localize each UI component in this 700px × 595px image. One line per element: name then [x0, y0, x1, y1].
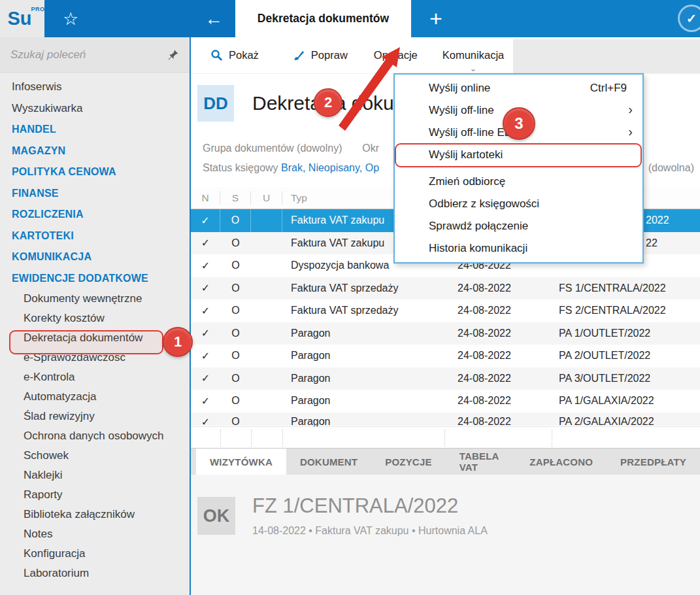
sidebar-item[interactable]: Automatyzacja — [0, 387, 190, 407]
status-cell: O — [220, 373, 251, 384]
command-toolbar: Pokaż Popraw Operacje Komunikacja ⌄ — [191, 37, 700, 73]
titlebar: SuPRO ☆ ← Dekretacja dokumentów + ✓ — [0, 0, 700, 37]
sidebar-item-label: MAGAZYN — [12, 145, 65, 157]
back-arrow-icon[interactable]: ← — [197, 0, 230, 37]
detail-tab-label: POZYCJE — [385, 456, 431, 468]
sidebar-item[interactable]: MAGAZYN — [0, 141, 190, 162]
column-header-n[interactable]: N — [191, 192, 220, 205]
column-header-u[interactable]: U — [251, 192, 282, 205]
sidebar-item-label: KARTOTEKI — [12, 230, 74, 242]
sidebar-item-label: Infoserwis — [12, 80, 62, 94]
sidebar-item[interactable]: Korekty kosztów — [0, 309, 190, 328]
sidebar-item[interactable]: ROZLICZENIA — [0, 204, 190, 226]
sidebar-item-label: Automatyzacja — [24, 390, 97, 403]
detail-tab[interactable]: TABELA VAT — [446, 449, 516, 475]
table-row[interactable]: ✓ O Faktura VAT sprzedaży 24-08-2022 FS … — [191, 277, 700, 300]
detail-tab[interactable]: DOKUMENT — [286, 449, 371, 475]
sidebar-item[interactable]: Raporty — [0, 485, 190, 505]
u-cell — [251, 209, 282, 232]
sidebar-item[interactable]: HANDEL — [0, 119, 190, 141]
detail-tab[interactable]: ZAPŁACONO — [516, 449, 607, 475]
new-tab-plus-icon[interactable]: + — [418, 0, 454, 37]
number-cell: FS 2/CENTRALA/2022 — [552, 305, 700, 316]
type-cell: Paragon — [282, 350, 444, 362]
sidebar-item-label: ROZLICZENIA — [12, 209, 84, 220]
sidebar-item[interactable]: EWIDENCJE DODATKOWE — [0, 268, 190, 290]
date-cell: 24-08-2022 — [444, 328, 552, 339]
operations-menu-button[interactable]: Operacje — [365, 37, 427, 73]
sidebar-item[interactable]: KOMUNIKACJA — [0, 246, 190, 268]
menu-item[interactable]: Wyślij online Ctrl+F9 — [395, 77, 642, 99]
sidebar-item[interactable]: POLITYKA CENOWA — [0, 162, 190, 183]
menu-item-label: Historia komunikacji — [429, 242, 527, 255]
chevron-down-icon: ⌄ — [470, 64, 477, 73]
sidebar-item[interactable]: Laboratorium — [0, 564, 190, 583]
favorites-star-icon[interactable]: ☆ — [56, 0, 85, 37]
command-search[interactable]: Szukaj poleceń — [0, 37, 190, 73]
number-cell: PA 1/OUTLET/2022 — [552, 328, 700, 339]
annotation-badge-3: 3 — [503, 107, 535, 140]
table-row[interactable]: ✓ O Faktura VAT sprzedaży 24-08-2022 FS … — [191, 299, 700, 322]
status-cell: O — [220, 237, 251, 249]
filter-group-value[interactable]: (dowolny) — [297, 143, 342, 154]
table-row[interactable]: ✓ O Paragon 24-08-2022 PA 1/OUTLET/2022 — [191, 322, 700, 345]
date-cell: 24-08-2022 — [444, 395, 552, 407]
sidebar-item[interactable]: Ślad rewizyjny — [0, 407, 190, 426]
edit-button[interactable]: Popraw — [284, 37, 357, 73]
show-button[interactable]: Pokaż — [201, 37, 268, 73]
sidebar-item[interactable]: Notes — [0, 524, 190, 544]
sidebar-item[interactable]: Ochrona danych osobowych — [0, 426, 190, 446]
status-cell: O — [220, 305, 251, 316]
sidebar-item[interactable]: KARTOTEKI — [0, 226, 190, 247]
filter-period-partial[interactable]: Okr — [362, 143, 379, 154]
sidebar-item[interactable]: Wyszukiwarka — [0, 98, 190, 120]
menu-item[interactable]: Sprawdź połączenie — [395, 215, 642, 237]
check-circle-icon[interactable]: ✓ — [678, 5, 700, 32]
logo-pro-badge: PRO — [31, 7, 45, 12]
sidebar-item-label: Laboratorium — [24, 567, 89, 580]
annotation-rect-menu-item — [395, 143, 642, 167]
submenu-arrow-icon: › — [628, 125, 633, 138]
detail-tab[interactable]: WIZYTÓWKA — [196, 449, 286, 475]
detail-tab-label: TABELA VAT — [459, 450, 503, 473]
filter-status-links[interactable]: Brak, Nieopisany, Op — [281, 162, 379, 173]
number-cell: FS 1/CENTRALA/2022 — [552, 282, 700, 294]
table-row[interactable]: ✓ O Paragon 24-08-2022 PA 3/OUTLET/2022 — [191, 367, 700, 390]
detail-tab[interactable]: POZYCJE — [371, 449, 445, 475]
menu-item[interactable]: Odbierz z księgowości — [395, 193, 642, 215]
detail-panel: OK FZ 1/CENTRALA/2022 14-08-2022 • Faktu… — [191, 475, 700, 595]
detail-tab[interactable]: PRZEDPŁATY — [607, 449, 700, 475]
menu-item-label: Wyślij online — [429, 82, 490, 95]
sidebar-item[interactable]: Dokumenty wewnętrzne — [0, 289, 190, 309]
table-row[interactable]: ✓ O Paragon 24-08-2022 PA 2/GALAXIA/2022 — [191, 413, 700, 426]
sidebar-item-label: Notes — [24, 528, 52, 541]
column-header-s[interactable]: S — [220, 192, 251, 205]
checkmark-cell: ✓ — [191, 395, 220, 407]
search-input[interactable]: Szukaj poleceń — [10, 48, 167, 61]
tab-dekretacja-dokumentow[interactable]: Dekretacja dokumentów — [235, 0, 411, 37]
number-cell: PA 2/GALAXIA/2022 — [552, 416, 700, 428]
filter-right-value[interactable]: (dowolna) — [648, 162, 694, 174]
sidebar-item[interactable]: Biblioteka załączników — [0, 505, 190, 524]
sidebar-item[interactable]: Infoserwis — [0, 76, 190, 98]
menu-item[interactable]: Zmień odbiorcę — [395, 171, 642, 193]
menu-item[interactable]: Historia komunikacji — [395, 237, 642, 260]
sidebar-item[interactable]: Konfiguracja — [0, 544, 190, 564]
communication-menu-button[interactable]: Komunikacja ⌄ — [433, 37, 513, 73]
sidebar-item-label: KOMUNIKACJA — [12, 251, 92, 263]
pin-icon[interactable] — [167, 49, 179, 61]
grid-footer-row — [191, 426, 700, 449]
sidebar-item[interactable]: Naklejki — [0, 466, 190, 485]
sidebar-item[interactable]: Schowek — [0, 446, 190, 466]
annotation-badge-1: 1 — [163, 327, 193, 357]
table-row[interactable]: ✓ O Paragon 24-08-2022 PA 2/OUTLET/2022 — [191, 345, 700, 367]
sidebar-item[interactable]: FINANSE — [0, 183, 190, 205]
date-cell: 24-08-2022 — [444, 350, 552, 362]
table-row[interactable]: ✓ O Paragon 24-08-2022 PA 1/GALAXIA/2022 — [191, 390, 700, 413]
titlebar-right-segment — [411, 0, 700, 37]
sidebar-item-label: EWIDENCJE DODATKOWE — [12, 273, 148, 284]
status-cell: O — [220, 282, 251, 294]
number-cell: PA 3/OUTLET/2022 — [552, 373, 700, 384]
sidebar-item[interactable]: e-Kontrola — [0, 367, 190, 387]
type-cell: Faktura VAT sprzedaży — [282, 305, 444, 316]
